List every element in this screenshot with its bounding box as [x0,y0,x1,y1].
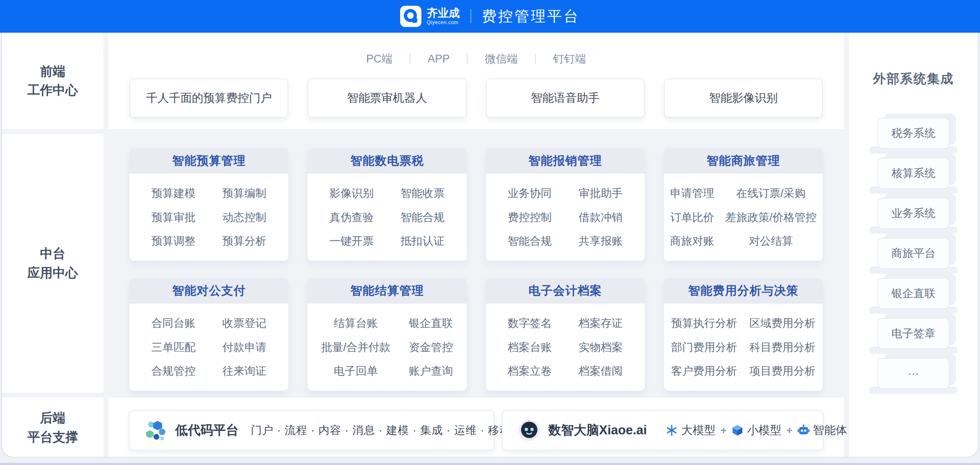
module-item[interactable]: 智能合规 [508,234,552,248]
module-item[interactable]: 审批助手 [579,186,623,201]
tab-wechat[interactable]: 微信端 [485,51,518,66]
row-label-line2: 工作中心 [27,81,78,100]
module-item[interactable]: 科目费用分析 [749,340,815,355]
tab-pc[interactable]: PC端 [366,51,393,66]
module-item[interactable]: 预算编制 [223,186,267,201]
module-item[interactable]: 商旅对账 [670,234,714,248]
module-item[interactable]: 档案台账 [508,340,552,355]
module-item[interactable]: 付款申请 [223,340,267,355]
external-system-tax[interactable]: 税务系统 [878,118,949,149]
module-item[interactable]: 预算分析 [223,234,267,248]
module-item[interactable]: 数字签名 [508,316,552,331]
app-header: 齐业成 Qiyecen.com 费控管理平台 [0,0,980,33]
module-card-body: 预算建模 预算编制 预算审批 动态控制 预算调整 预算分析 [129,174,288,261]
module-item[interactable]: 实物档案 [579,340,623,355]
module-card-expense-analysis: 智能费用分析与决策 预算执行分析 区域费用分析 部门费用分析 科目费用分析 客户… [664,278,823,391]
module-item[interactable]: 电子回单 [321,364,390,378]
module-item[interactable]: 智能合规 [401,210,445,225]
module-item[interactable]: 预算执行分析 [671,316,737,331]
module-card-title: 智能预算管理 [129,148,288,174]
header-divider [470,9,471,23]
module-item[interactable]: 区域费用分析 [749,316,815,331]
module-item[interactable]: 项目费用分析 [749,364,815,378]
module-item[interactable]: 真伪查验 [330,210,374,225]
external-systems-title: 外部系统集成 [849,70,978,87]
plus-sign: + [786,424,792,437]
external-system-travel[interactable]: 商旅平台 [878,238,949,269]
module-card-reimbursement: 智能报销管理 业务协同 审批助手 费控控制 借款冲销 智能合规 共享报账 [486,148,645,261]
module-item[interactable]: 资金管控 [409,340,453,355]
module-card-title: 智能数电票税 [307,148,466,174]
brand-text: 齐业成 Qiyecen.com [427,7,460,25]
module-item[interactable]: 往来询证 [223,364,267,378]
external-system-accounting[interactable]: 核算系统 [878,158,949,189]
external-system-more[interactable]: ··· [878,358,949,389]
frontend-band: PC端 APP 微信端 钉钉端 千人千面的预算费控门户 智能票审机器人 智能语音… [108,33,844,129]
large-model: 大模型 [666,423,715,438]
module-item[interactable]: 抵扣认证 [401,234,445,248]
external-system-item: ··· [878,358,949,389]
row-label-line2: 应用中心 [27,264,78,283]
module-item[interactable]: 费控控制 [508,210,552,225]
lowcode-platform-card[interactable]: 低代码平台 门户 · 流程 · 内容 · 消息 · 建模 · 集成 · 运维 ·… [129,410,494,451]
plus-sign: + [720,424,726,437]
external-system-item: 商旅平台 [878,238,949,269]
module-item[interactable]: 合同台账 [151,316,196,331]
module-item[interactable]: 在线订票/采购 [725,186,817,201]
module-card-business-travel: 智能商旅管理 申请管理 在线订票/采购 订单比价 差旅政策/价格管控 商旅对账 … [664,148,823,261]
module-item[interactable]: 结算台账 [321,316,390,331]
module-item[interactable]: 预算调整 [151,234,196,248]
qiyecen-logo-icon [400,6,421,27]
module-item[interactable]: 客户费用分析 [671,364,737,378]
frontend-card-budget-portal[interactable]: 千人千面的预算费控门户 [129,78,288,118]
module-item[interactable]: 订单比价 [670,210,714,225]
module-item[interactable]: 差旅政策/价格管控 [725,210,817,225]
module-item[interactable]: 账户查询 [409,364,453,378]
module-item[interactable]: 申请管理 [670,186,714,201]
external-system-item: 税务系统 [878,118,949,149]
module-item[interactable]: 档案立卷 [508,364,552,378]
frontend-card-voice-assistant[interactable]: 智能语音助手 [486,78,645,118]
diagram-canvas: 前端 工作中心 中台 应用中心 后端 平台支撑 PC端 APP 微信端 钉钉端 … [1,33,979,458]
ai-brain-name: 数智大脑Xiaoe.ai [548,422,647,439]
external-system-item: 银企直联 [878,278,949,309]
module-card-title: 智能报销管理 [486,148,645,174]
tab-dingtalk[interactable]: 钉钉端 [553,51,586,66]
module-card-title: 智能费用分析与决策 [664,278,823,304]
module-item[interactable]: 动态控制 [223,210,267,225]
module-item[interactable]: 影像识别 [330,186,374,201]
module-item[interactable]: 档案存证 [579,316,623,331]
channel-tabs: PC端 APP 微信端 钉钉端 [108,51,844,66]
module-item[interactable]: 收票登记 [223,316,267,331]
external-systems-list: 税务系统 核算系统 业务系统 商旅平台 银企直联 电子签章 ·· [849,118,978,389]
module-item[interactable]: 一键开票 [330,234,374,248]
module-item[interactable]: 共享报账 [579,234,623,248]
module-item[interactable]: 批量/合并付款 [321,340,390,355]
module-item[interactable]: 预算建模 [151,186,196,201]
agent-robot-icon [797,424,810,436]
module-item[interactable]: 智能收票 [401,186,445,201]
module-item[interactable]: 对公结算 [725,234,817,248]
external-system-bank-link[interactable]: 银企直联 [878,278,949,309]
module-item[interactable]: 部门费用分析 [671,340,737,355]
ai-brain-card[interactable]: 数智大脑Xiaoe.ai 大模型 + [502,410,824,451]
module-card-body: 结算台账 银企直联 批量/合并付款 资金管控 电子回单 账户查询 [307,304,466,391]
module-item[interactable]: 预算审批 [151,210,196,225]
module-item[interactable]: 档案借阅 [579,364,623,378]
module-item[interactable]: 合规管控 [151,364,196,378]
module-item[interactable]: 业务协同 [508,186,552,201]
external-system-e-signature[interactable]: 电子签章 [878,318,949,349]
frontend-card-invoice-robot[interactable]: 智能票审机器人 [307,78,466,118]
external-system-item: 核算系统 [878,158,949,189]
external-system-business[interactable]: 业务系统 [878,198,949,229]
module-item[interactable]: 三单匹配 [151,340,196,355]
tab-separator [535,54,536,64]
module-item[interactable]: 银企直联 [409,316,453,331]
brand-name: 齐业成 [427,7,460,20]
tab-app[interactable]: APP [428,53,450,65]
frontend-cards: 千人千面的预算费控门户 智能票审机器人 智能语音助手 智能影像识别 [129,78,823,118]
frontend-card-image-recognition[interactable]: 智能影像识别 [664,78,823,118]
lowcode-platform-name: 低代码平台 [175,422,238,439]
module-item[interactable]: 借款冲销 [579,210,623,225]
module-card-settlement: 智能结算管理 结算台账 银企直联 批量/合并付款 资金管控 电子回单 账户查询 [307,278,466,391]
